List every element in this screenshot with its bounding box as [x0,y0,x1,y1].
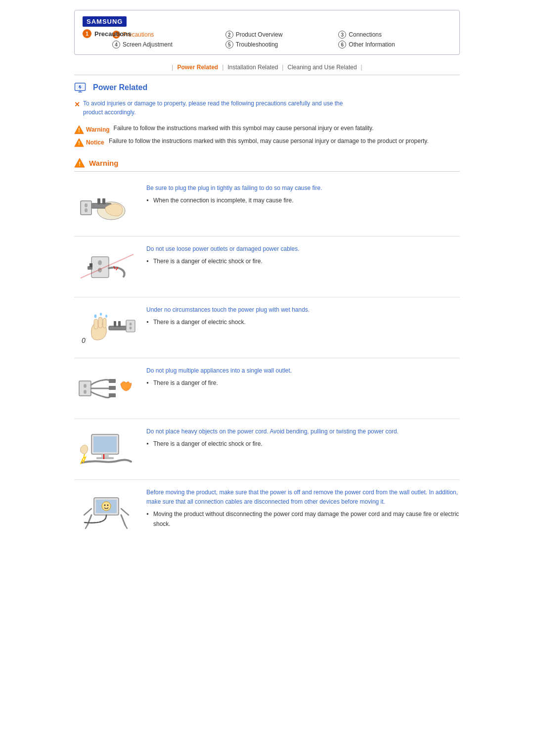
nav-item-connections[interactable]: 3 Connections [338,31,451,39]
plug-image-6 [77,488,136,532]
tab-pipe-2: | [222,64,223,71]
svg-rect-12 [97,198,100,204]
warning-label: Warning [86,126,110,133]
svg-point-16 [85,208,88,212]
warning-heading: ! Warning [74,157,460,172]
entry-bullets-4: There is a danger of fire. [146,378,460,388]
svg-text:!: ! [78,141,80,146]
entry-image-2 [74,244,138,289]
x-mark-icon: ✕ [74,99,80,110]
plug-image-3: 0 [77,305,136,350]
symbol-row-notice: ! Notice Failure to follow the instructi… [74,138,460,147]
svg-rect-35 [126,320,135,332]
svg-rect-42 [109,379,116,383]
svg-line-55 [121,515,125,525]
entry-image-5 [74,427,138,472]
svg-line-54 [88,515,91,525]
intro-warning-text: To avoid injuries or damage to property,… [83,99,343,117]
entry-bullet-4-1: There is a danger of fire. [146,378,460,388]
svg-point-41 [84,390,87,394]
svg-point-15 [85,203,88,207]
entry-bullet-1-1: When the connection is incomplete, it ma… [146,196,460,205]
warning-entry-1: Be sure to plug the plug in tightly as f… [74,176,460,236]
warning-entry-3: 0 Under no circumstances touch the power… [74,297,460,358]
tab-cleaning-use-related[interactable]: Cleaning and Use Related [287,64,356,71]
svg-text:0: 0 [82,336,86,344]
svg-rect-27 [98,317,102,328]
svg-rect-32 [109,326,128,330]
nav-label-3: Connections [349,31,382,38]
notice-label: Notice [86,139,104,146]
precautions-num: 1 [83,29,91,38]
entry-image-4 [74,366,138,411]
nav-grid: 1 Precautions 2 Product Overview 3 Conne… [112,31,451,48]
plug-image-2 [77,244,136,289]
power-related-icon [74,82,89,93]
entry-main-text-1: Be sure to plug the plug in tightly as f… [146,184,460,193]
nav-item-other-info[interactable]: 6 Other Information [338,41,451,48]
svg-rect-28 [103,318,106,328]
nav-item-troubleshooting[interactable]: 5 Troubleshooting [225,41,339,48]
nav-label-4: Screen Adjustment [123,41,173,48]
warning-description: Failure to follow the instructions marke… [114,125,374,132]
entry-bullets-3: There is a danger of electric shock. [146,318,460,327]
svg-text:!: ! [78,128,80,133]
nav-num-2: 2 [225,31,233,39]
svg-rect-26 [94,319,98,329]
nav-item-screen-adjustment[interactable]: 4 Screen Adjustment [112,41,225,48]
svg-rect-24 [91,263,92,267]
svg-rect-47 [101,454,109,457]
entry-image-3: 0 [74,305,138,350]
svg-rect-44 [109,393,116,397]
symbol-box: ! Warning Failure to follow the instruct… [74,125,460,147]
svg-point-52 [104,505,106,506]
svg-point-53 [107,505,109,506]
nav-item-product-overview[interactable]: 2 Product Overview [225,31,339,39]
svg-rect-17 [91,257,109,278]
svg-rect-14 [81,201,91,215]
entry-text-2: Do not use loose power outlets or damage… [146,244,460,266]
tab-installation-related[interactable]: Installation Related [227,64,278,71]
entry-main-text-4: Do not plug multiple appliances into a s… [146,366,460,376]
warning-entry-2: Do not use loose power outlets or damage… [74,236,460,297]
svg-point-40 [84,384,87,388]
warning-entries: Be sure to plug the plug in tightly as f… [74,176,460,540]
warning-entry-5: Do not place heavy objects on the power … [74,419,460,480]
warning-entry-4: Do not plug multiple appliances into a s… [74,358,460,419]
svg-rect-48 [96,457,114,459]
svg-line-57 [125,525,127,528]
nav-num-4: 4 [112,41,120,48]
section-title: Power Related [74,82,460,93]
nav-num-3: 3 [338,31,346,39]
nav-num-6: 6 [338,41,346,48]
entry-text-3: Under no circumstances touch the power p… [146,305,460,327]
entry-bullets-6: Moving the product without disconnecting… [146,510,460,528]
notice-badge: ! Notice [74,138,105,147]
svg-point-31 [105,315,107,318]
svg-line-59 [121,509,129,515]
notice-triangle-icon: ! [74,138,84,147]
svg-point-18 [98,260,102,265]
intro-warning: ✕ To avoid injuries or damage to propert… [74,99,460,117]
entry-image-1 [74,184,138,228]
symbol-row-warning: ! Warning Failure to follow the instruct… [74,125,460,135]
section-heading: Power Related [93,83,147,92]
entry-bullets-2: There is a danger of electric shock or f… [146,257,460,266]
tab-power-related[interactable]: Power Related [177,64,218,71]
entry-bullet-6-1: Moving the product without disconnecting… [146,510,460,528]
entry-bullets-1: When the connection is incomplete, it ma… [146,196,460,205]
svg-text:!: ! [79,161,81,167]
precautions-label: Precautions [94,30,131,38]
nav-label-5: Troubleshooting [236,41,278,48]
tab-pipe-3: | [282,64,283,71]
warning-heading-icon: ! [74,157,85,168]
svg-line-58 [84,509,91,515]
entry-main-text-6: Before moving the product, make sure tha… [146,488,460,507]
svg-point-30 [100,313,102,316]
entry-bullets-5: There is a danger of electric shock or f… [146,439,460,449]
entry-bullet-2-1: There is a danger of electric shock or f… [146,257,460,266]
samsung-logo: SAMSUNG [83,16,127,27]
svg-rect-23 [89,263,91,267]
entry-main-text-3: Under no circumstances touch the power p… [146,305,460,315]
warning-badge: ! Warning [74,125,110,135]
